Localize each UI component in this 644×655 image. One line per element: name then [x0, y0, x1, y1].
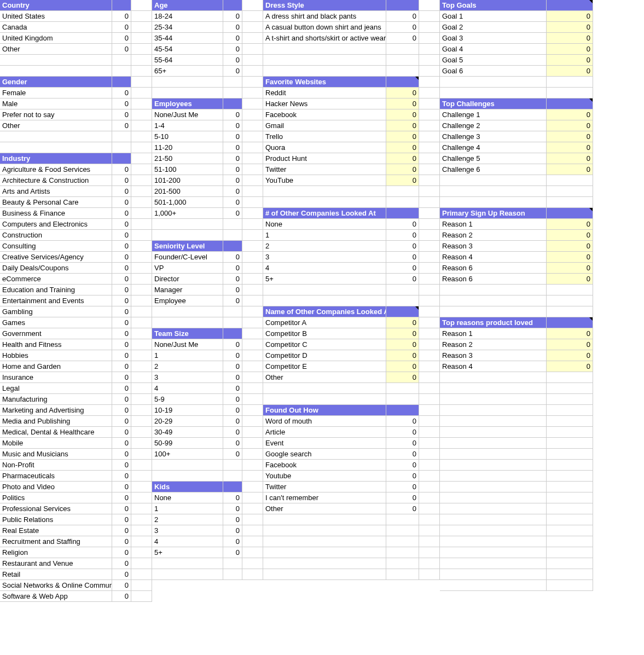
data-value-cell[interactable]: 0 — [223, 131, 242, 142]
data-label-cell[interactable] — [440, 547, 547, 558]
data-label-cell[interactable]: None/Just Me — [152, 339, 223, 350]
data-label-cell[interactable] — [152, 558, 223, 569]
data-label-cell[interactable] — [440, 77, 547, 88]
data-value-cell[interactable]: 0 — [223, 109, 242, 120]
data-value-cell[interactable] — [223, 569, 242, 580]
gap-cell[interactable] — [131, 547, 152, 558]
gap-cell[interactable] — [131, 471, 152, 482]
gap-cell[interactable] — [242, 142, 263, 153]
section-header-value[interactable] — [223, 328, 242, 339]
gap-cell[interactable] — [419, 186, 440, 197]
data-value-cell[interactable]: 0 — [547, 328, 593, 339]
data-label-cell[interactable]: 55-64 — [152, 55, 223, 66]
gap-cell[interactable] — [131, 514, 152, 525]
data-label-cell[interactable]: 3 — [263, 252, 386, 263]
data-label-cell[interactable]: Competitor B — [263, 328, 386, 339]
data-value-cell[interactable] — [223, 317, 242, 328]
data-label-cell[interactable]: Social Networks & Online Communities — [0, 580, 112, 591]
data-label-cell[interactable]: 1 — [152, 503, 223, 514]
data-value-cell[interactable] — [547, 438, 593, 449]
data-label-cell[interactable]: Marketing and Advertising — [0, 405, 112, 416]
data-label-cell[interactable]: Goal 4 — [440, 44, 547, 55]
data-value-cell[interactable]: 0 — [223, 120, 242, 131]
data-label-cell[interactable]: Non-Profit — [0, 460, 112, 471]
gap-cell[interactable] — [242, 514, 263, 525]
data-label-cell[interactable]: Youtube — [263, 471, 386, 482]
data-label-cell[interactable]: Reason 1 — [440, 219, 547, 230]
gap-cell[interactable] — [131, 230, 152, 241]
gap-cell[interactable] — [131, 274, 152, 285]
data-value-cell[interactable]: 0 — [223, 405, 242, 416]
data-value-cell[interactable] — [223, 471, 242, 482]
data-label-cell[interactable] — [440, 427, 547, 438]
data-label-cell[interactable]: 5+ — [152, 547, 223, 558]
gap-cell[interactable] — [419, 252, 440, 263]
data-label-cell[interactable] — [440, 558, 547, 569]
data-value-cell[interactable]: 0 — [112, 230, 131, 241]
gap-cell[interactable] — [419, 492, 440, 503]
section-header[interactable]: Top reasons product loved — [440, 317, 547, 328]
data-value-cell[interactable] — [223, 460, 242, 471]
data-label-cell[interactable] — [263, 295, 386, 306]
data-label-cell[interactable]: Challenge 4 — [440, 142, 547, 153]
data-value-cell[interactable]: 0 — [386, 427, 419, 438]
data-value-cell[interactable]: 0 — [112, 536, 131, 547]
data-value-cell[interactable]: 0 — [112, 219, 131, 230]
section-header[interactable]: Seniority Level — [152, 241, 223, 252]
gap-cell[interactable] — [131, 285, 152, 295]
section-header-value[interactable] — [386, 77, 419, 88]
data-label-cell[interactable]: Home and Garden — [0, 361, 112, 372]
section-header[interactable]: Name of Other Companies Looked At — [263, 306, 386, 317]
data-value-cell[interactable] — [386, 514, 419, 525]
gap-cell[interactable] — [131, 350, 152, 361]
section-header[interactable]: # of Other Companies Looked At — [263, 208, 386, 219]
data-label-cell[interactable]: Reason 6 — [440, 263, 547, 274]
section-header-value[interactable] — [547, 208, 593, 219]
data-value-cell[interactable]: 0 — [386, 33, 419, 44]
gap-cell[interactable] — [242, 153, 263, 164]
data-label-cell[interactable] — [440, 449, 547, 460]
section-header-value[interactable] — [547, 98, 593, 109]
data-value-cell[interactable]: 0 — [386, 350, 419, 361]
data-value-cell[interactable]: 0 — [223, 449, 242, 460]
data-label-cell[interactable] — [152, 569, 223, 580]
gap-cell[interactable] — [131, 361, 152, 372]
gap-cell[interactable] — [419, 33, 440, 44]
gap-cell[interactable] — [131, 569, 152, 580]
data-value-cell[interactable]: 0 — [112, 460, 131, 471]
data-label-cell[interactable]: Other — [0, 120, 112, 131]
data-value-cell[interactable]: 0 — [112, 22, 131, 33]
data-label-cell[interactable]: eCommerce — [0, 274, 112, 285]
data-value-cell[interactable]: 0 — [112, 514, 131, 525]
gap-cell[interactable] — [419, 427, 440, 438]
gap-cell[interactable] — [242, 547, 263, 558]
data-value-cell[interactable]: 0 — [112, 339, 131, 350]
data-value-cell[interactable] — [223, 219, 242, 230]
data-label-cell[interactable]: Beauty & Personal Care — [0, 197, 112, 208]
data-value-cell[interactable]: 0 — [223, 252, 242, 263]
gap-cell[interactable] — [242, 438, 263, 449]
gap-cell[interactable] — [419, 547, 440, 558]
section-header[interactable]: Employees — [152, 98, 223, 109]
gap-cell[interactable] — [419, 208, 440, 219]
data-label-cell[interactable] — [263, 285, 386, 295]
data-value-cell[interactable]: 0 — [223, 197, 242, 208]
data-value-cell[interactable] — [386, 295, 419, 306]
gap-cell[interactable] — [419, 372, 440, 383]
data-value-cell[interactable]: 0 — [386, 274, 419, 285]
data-value-cell[interactable] — [386, 558, 419, 569]
data-value-cell[interactable]: 0 — [112, 186, 131, 197]
gap-cell[interactable] — [419, 525, 440, 536]
gap-cell[interactable] — [242, 164, 263, 175]
data-label-cell[interactable]: Prefer not to say — [0, 109, 112, 120]
data-label-cell[interactable]: Article — [263, 427, 386, 438]
data-value-cell[interactable] — [386, 547, 419, 558]
gap-cell[interactable] — [242, 536, 263, 547]
gap-cell[interactable] — [131, 460, 152, 471]
gap-cell[interactable] — [419, 109, 440, 120]
data-value-cell[interactable] — [386, 285, 419, 295]
data-value-cell[interactable]: 0 — [112, 394, 131, 405]
data-value-cell[interactable]: 0 — [547, 44, 593, 55]
data-label-cell[interactable]: Event — [263, 438, 386, 449]
gap-cell[interactable] — [131, 306, 152, 317]
